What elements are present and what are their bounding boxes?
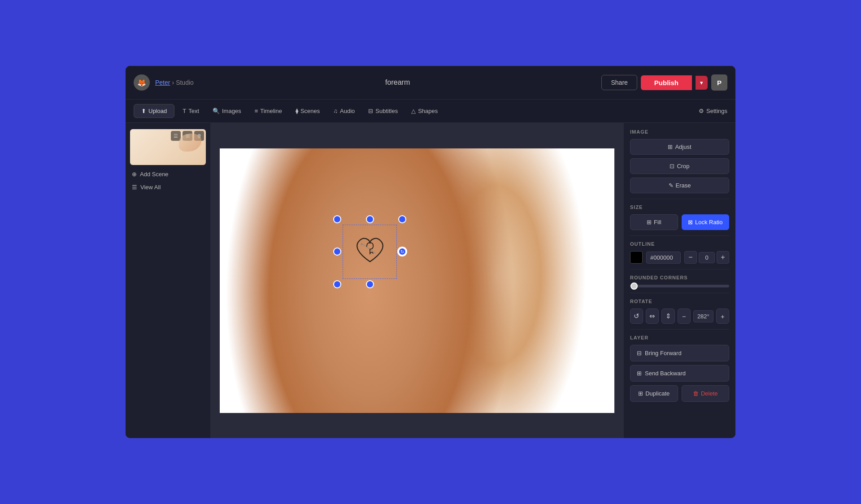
rounded-corners-slider-thumb[interactable] [631,282,638,290]
images-button[interactable]: 🔍 Images [207,105,247,117]
scene-duplicate-button[interactable]: ⊞ [183,131,192,141]
erase-icon: ✎ [669,182,674,189]
scene-thumbnail: ☰ ⊞ 🗑 [130,129,206,165]
share-button[interactable]: Share [601,75,637,90]
lock-ratio-button[interactable]: ⊠ Lock Ratio [682,214,730,230]
rotate-handle[interactable]: ↻ [398,248,406,256]
flip-h-button[interactable]: ⇔ [646,308,659,324]
outline-color-row: #000000 − 0 + [630,251,729,264]
outline-section-label: OUTLINE [630,241,729,247]
left-sidebar: ☰ ⊞ 🗑 ⊕ Add Scene ☰ View All [126,123,211,438]
canvas-frame: ↻ [220,148,614,413]
handle-top-left[interactable] [334,216,340,222]
handle-top-right[interactable] [399,216,405,222]
crop-icon: ⊡ [670,163,674,169]
erase-label: Erase [676,182,691,189]
duplicate-button[interactable]: ⊞ Duplicate [630,385,678,402]
divider-3 [630,269,729,269]
lock-ratio-label: Lock Ratio [695,219,722,226]
upload-icon: ⬆ [141,108,146,114]
delete-label: Delete [701,390,718,397]
tattoo-svg [350,231,390,272]
settings-button[interactable]: ⚙ Settings [699,108,727,114]
outline-increase-button[interactable]: + [717,251,729,264]
scene-menu-button[interactable]: ☰ [171,131,181,141]
tattoo-art [344,226,396,278]
view-all-link[interactable]: ☰ View All [130,182,206,192]
view-all-label: View All [140,184,161,191]
breadcrumb-studio: Studio [176,79,194,86]
send-backward-icon: ⊞ [637,370,642,377]
scenes-button[interactable]: ⧫ Scenes [290,105,325,117]
adjust-button[interactable]: ⊞ Adjust [630,139,729,155]
breadcrumb-user-link[interactable]: Peter [155,79,170,86]
handle-bottom-middle[interactable] [367,281,373,287]
duplicate-label: Duplicate [645,390,670,397]
settings-label: Settings [706,108,727,114]
lock-ratio-icon: ⊠ [688,219,693,226]
text-button[interactable]: T Text [177,105,204,117]
rotate-value: 282° [693,310,713,322]
outline-color-swatch[interactable] [630,251,643,264]
delete-button[interactable]: 🗑 Delete [682,385,730,402]
shapes-button[interactable]: △ Shapes [406,105,443,117]
rotate-increase-button[interactable]: + [716,308,729,324]
scene-thumb-image: ☰ ⊞ 🗑 [130,129,206,165]
erase-button[interactable]: ✎ Erase [630,178,729,193]
main-content: ☰ ⊞ 🗑 ⊕ Add Scene ☰ View All [126,123,735,438]
upload-button[interactable]: ⬆ Upload [134,104,174,118]
adjust-label: Adjust [675,143,691,150]
audio-icon: ♫ [333,108,338,114]
publish-dropdown-button[interactable]: ▾ [696,76,708,90]
scenes-icon: ⧫ [296,108,298,114]
rotate-icon: ↻ [399,248,405,255]
shapes-icon: △ [411,108,416,114]
divider-4 [630,293,729,293]
timeline-button[interactable]: ≡ Timeline [249,105,287,117]
handle-middle-left[interactable] [334,248,340,255]
size-section-label: SIZE [630,204,729,210]
scenes-label: Scenes [300,108,320,114]
timeline-label: Timeline [260,108,282,114]
rotate-ccw-button[interactable]: ↺ [630,308,643,324]
avatar: 🦊 [134,74,150,91]
settings-gear-icon: ⚙ [699,108,704,114]
toolbar: ⬆ Upload T Text 🔍 Images ≡ Timeline ⧫ Sc… [126,100,735,123]
tattoo-element[interactable]: ↻ [337,219,402,284]
audio-label: Audio [340,108,355,114]
images-label: Images [222,108,241,114]
send-backward-button[interactable]: ⊞ Send Backward [630,365,729,382]
scene-delete-button[interactable]: 🗑 [194,131,204,141]
rotate-handle-wrapper: ↻ [398,248,406,256]
fill-button[interactable]: ⊞ Fill [630,214,678,230]
crop-button[interactable]: ⊡ Crop [630,158,729,174]
handle-bottom-left[interactable] [334,281,340,287]
fill-icon: ⊞ [647,219,652,226]
delete-icon: 🗑 [693,390,699,397]
shapes-label: Shapes [418,108,438,114]
flip-v-button[interactable]: ⇕ [661,308,674,324]
bring-forward-icon: ⊟ [637,350,642,356]
canvas-area[interactable]: ↻ [211,123,623,438]
handle-top-middle[interactable] [367,216,373,222]
divider-2 [630,235,729,236]
send-backward-label: Send Backward [645,370,686,377]
rotate-decrease-button[interactable]: − [678,308,691,324]
add-scene-link[interactable]: ⊕ Add Scene [130,169,206,179]
outline-decrease-button[interactable]: − [684,251,697,264]
rounded-corners-slider-track [630,285,729,287]
image-adjust-row: ⊞ Adjust [630,139,729,155]
divider-1 [630,199,729,199]
bring-forward-button[interactable]: ⊟ Bring Forward [630,345,729,361]
right-sidebar: IMAGE ⊞ Adjust ⊡ Crop ✎ Erase [623,123,735,438]
breadcrumb-separator: › [172,79,174,86]
subtitles-button[interactable]: ⊟ Subtitles [363,105,403,117]
header-title: forearm [199,78,596,87]
user-profile-button[interactable]: P [711,74,727,91]
timeline-icon: ≡ [255,108,258,114]
sidebar-links: ⊕ Add Scene ☰ View All [130,169,206,192]
audio-button[interactable]: ♫ Audio [328,105,360,117]
publish-button[interactable]: Publish [641,75,692,90]
outline-value: 0 [699,252,715,263]
divider-5 [630,329,729,330]
